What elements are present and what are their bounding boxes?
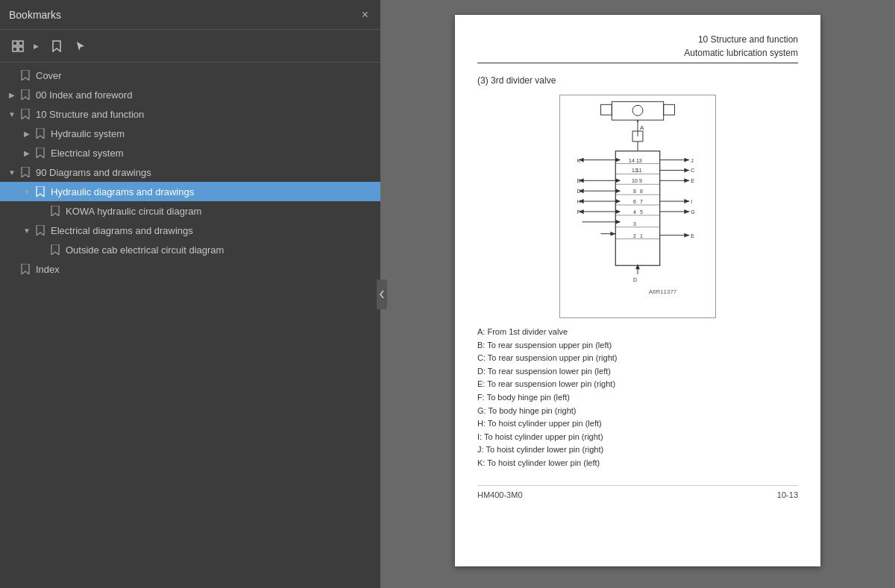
bookmark-tool-button[interactable] [46,36,67,57]
svg-point-5 [632,105,643,116]
svg-marker-72 [684,209,689,214]
bookmark-icon-hydraulic-system [34,127,46,139]
expand-icon-cover [6,69,18,81]
collapse-panel-button[interactable] [377,279,387,309]
svg-marker-81 [610,232,615,236]
annotation-d: D: To rear suspension lower pin (left) [477,365,798,379]
bookmark-icon-index [19,263,31,275]
annotation-a: A: From 1st divider valve [477,326,798,339]
cursor-tool-button[interactable] [70,36,91,57]
annotation-g: G: To body hinge pin (right) [477,405,798,418]
bookmarks-header: Bookmarks × [0,0,380,30]
svg-text:I: I [691,199,692,204]
annotation-c: C: To rear suspension upper pin (right) [477,352,798,365]
expand-icon-90-diagrams [6,166,18,178]
footer-page-number: 10-13 [777,490,798,499]
valve-diagram: A 14 13 12 11 10 9 8 8 6 7 [559,95,716,318]
expand-icon-00-index [6,89,18,101]
tree-item-cover[interactable]: Cover [0,66,380,85]
footer-model: HM400-3M0 [477,490,523,499]
tree-label-hydraulic-system: Hydraulic system [51,128,374,139]
svg-text:13: 13 [636,158,642,163]
bookmark-icon-kowa-circuit [49,205,61,217]
svg-text:A6R11377: A6R11377 [649,288,676,295]
tree-item-hydraulic-diagrams[interactable]: Hydraulic diagrams and drawings [0,182,380,201]
expand-icon-electrical-system [21,147,33,159]
tree-item-90-diagrams[interactable]: 90 Diagrams and drawings [0,162,380,182]
tree-item-electrical-system[interactable]: Electrical system [0,143,380,162]
svg-marker-58 [615,220,621,224]
annotation-e: E: To rear suspension lower pin (right) [477,378,798,391]
expand-icon-hydraulic-diagrams [21,186,33,197]
expand-icon-10-structure [6,108,18,120]
close-button[interactable]: × [359,7,371,22]
tree-item-electrical-diagrams[interactable]: Electrical diagrams and drawings [0,221,380,240]
svg-text:1: 1 [640,233,643,238]
expand-icon-electrical-diagrams [21,224,33,236]
svg-text:6: 6 [633,199,636,204]
grid-icon [11,39,25,53]
svg-rect-2 [13,47,17,51]
svg-marker-75 [684,233,689,238]
bookmark-icon-90-diagrams [19,166,31,178]
bookmark-icon [51,40,62,52]
svg-text:G: G [691,209,694,215]
svg-text:9: 9 [639,178,642,183]
svg-text:7: 7 [640,199,643,204]
annotation-i: I: To hoist cylinder upper pin (right) [477,431,798,444]
svg-text:14: 14 [629,158,635,163]
svg-text:2: 2 [633,233,636,238]
svg-text:5: 5 [640,209,643,215]
annotation-f: F: To body hinge pin (left) [477,391,798,405]
tree-item-10-structure[interactable]: 10 Structure and function [0,104,380,124]
document-panel: 10 Structure and function Automatic lubr… [380,0,895,588]
svg-marker-66 [684,178,689,183]
svg-rect-6 [600,104,612,115]
svg-text:E: E [691,233,694,238]
tree-label-electrical-diagrams: Electrical diagrams and drawings [51,225,374,236]
annotation-h: H: To hoist cylinder upper pin (left) [477,417,798,431]
svg-marker-78 [635,264,640,269]
annotation-k: K: To hoist cylinder lower pin (left) [477,457,798,470]
header-section-title: 10 Structure and function [477,33,798,46]
svg-marker-46 [615,189,621,193]
tree-label-90-diagrams: 90 Diagrams and drawings [36,167,374,178]
svg-text:8: 8 [640,189,643,194]
svg-rect-4 [612,101,663,120]
cursor-icon [75,40,87,52]
svg-rect-3 [19,47,23,51]
bookmarks-title: Bookmarks [9,9,61,21]
tree-item-index[interactable]: Index [0,259,380,279]
page-footer: HM400-3M0 10-13 [477,485,798,499]
tree-label-00-index: 00 Index and foreword [36,89,374,101]
annotation-j: J: To hoist cylinder lower pin (right) [477,443,798,457]
bookmark-icon-cover [19,69,31,81]
svg-marker-63 [684,168,689,172]
bookmarks-tree: Cover 00 Index and foreword 10 Structure… [0,63,380,588]
bookmark-icon-outside-cab [49,244,61,256]
svg-marker-69 [684,199,689,203]
tree-label-outside-cab: Outside cab electrical circuit diagram [66,244,374,256]
svg-marker-54 [615,209,621,214]
expand-all-button[interactable] [7,36,28,57]
svg-text:E: E [691,178,694,183]
svg-marker-60 [684,158,689,162]
tree-item-kowa-circuit[interactable]: KOWA hydraulic circuit diagram [0,201,380,221]
svg-text:10: 10 [632,178,638,183]
svg-rect-7 [664,104,675,115]
diagram-container: A 14 13 12 11 10 9 8 8 6 7 [477,95,798,318]
annotations-list: A: From 1st divider valve B: To rear sus… [477,326,798,470]
annotation-b: B: To rear suspension upper pin (left) [477,339,798,353]
tree-label-hydraulic-diagrams: Hydraulic diagrams and drawings [51,186,374,197]
page-header: 10 Structure and function Automatic lubr… [477,33,798,63]
svg-text:11: 11 [636,168,642,173]
tree-label-10-structure: 10 Structure and function [36,109,374,120]
expand-icon-hydraulic-system [21,127,33,139]
svg-text:8: 8 [633,189,636,194]
tree-item-outside-cab[interactable]: Outside cab electrical circuit diagram [0,240,380,259]
tree-item-00-index[interactable]: 00 Index and foreword [0,85,380,104]
dropdown-arrow-icon [30,40,42,52]
svg-marker-42 [615,178,621,183]
bookmarks-toolbar [0,30,380,63]
tree-item-hydraulic-system[interactable]: Hydraulic system [0,124,380,143]
